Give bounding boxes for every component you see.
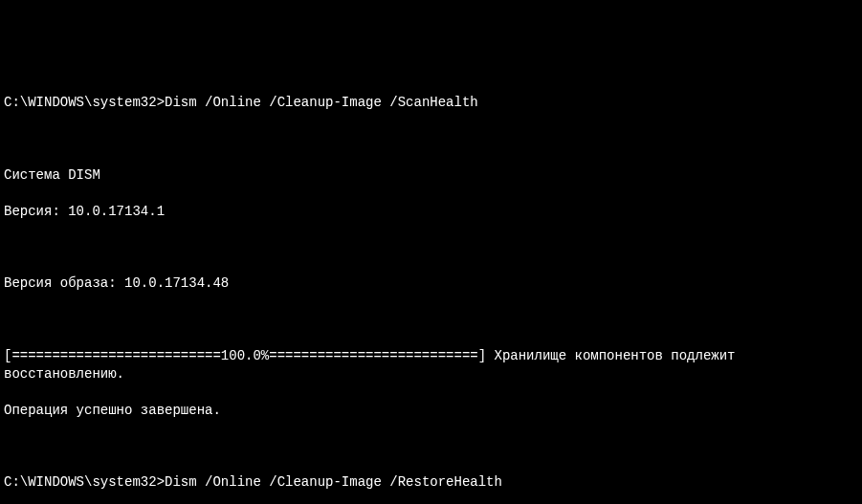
blank-line	[4, 130, 858, 148]
blank-line	[4, 311, 858, 329]
command-restorehealth: Dism /Online /Cleanup-Image /RestoreHeal…	[165, 473, 502, 492]
operation-complete-1: Операция успешно завершена.	[4, 402, 858, 420]
terminal-output[interactable]: C:\WINDOWS\system32>Dism /Online /Cleanu…	[4, 77, 858, 504]
blank-line	[4, 437, 858, 455]
dism-title-1: Cистема DISM	[4, 166, 858, 185]
blank-line	[4, 239, 858, 257]
command-scanhealth: Dism /Online /Cleanup-Image /ScanHealth	[165, 94, 478, 112]
image-version-1: Версия образа: 10.0.17134.48	[4, 274, 858, 293]
dism-version-1: Версия: 10.0.17134.1	[4, 203, 858, 221]
prompt-path: C:\WINDOWS\system32>	[4, 94, 165, 112]
progress-bar-1: [==========================100.0%=======…	[4, 347, 858, 383]
prompt-line-1: C:\WINDOWS\system32>Dism /Online /Cleanu…	[4, 94, 858, 112]
prompt-path: C:\WINDOWS\system32>	[4, 473, 165, 492]
prompt-line-2: C:\WINDOWS\system32>Dism /Online /Cleanu…	[4, 473, 858, 492]
